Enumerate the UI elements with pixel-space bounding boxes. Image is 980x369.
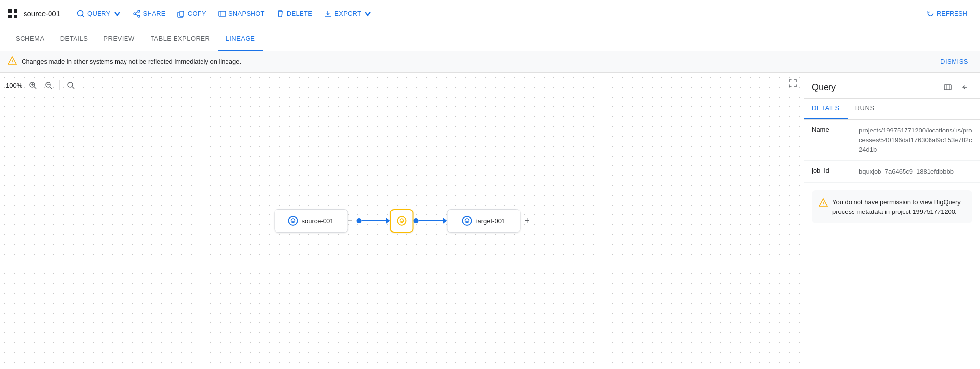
right-panel: Query DETAILS [804, 73, 980, 369]
tab-lineage[interactable]: LINEAGE [218, 27, 263, 51]
panel-tab-bar: DETAILS RUNS [804, 99, 980, 120]
delete-icon [276, 10, 284, 18]
target-node-label: target-001 [476, 217, 505, 225]
detail-name-value: projects/199751771200/locations/us/proce… [859, 126, 972, 155]
collapse-icon [961, 83, 970, 92]
panel-warning-box: You do not have permission to view BigQu… [812, 190, 972, 223]
panel-title: Query [812, 82, 836, 93]
page-title: source-001 [24, 9, 60, 18]
tab-table-explorer[interactable]: TABLE EXPLORER [143, 27, 218, 51]
panel-tab-details[interactable]: DETAILS [804, 99, 848, 119]
query-dropdown-icon [113, 10, 121, 18]
left-connector [357, 218, 390, 224]
svg-point-41 [823, 205, 824, 206]
panel-header: Query [804, 73, 980, 99]
source-node[interactable]: source-001 [274, 209, 348, 233]
svg-point-7 [138, 10, 140, 12]
grid-icon [8, 9, 18, 19]
warning-text: Changes made in other systems may not be… [22, 58, 936, 65]
refresh-button[interactable]: REFRESH [922, 7, 972, 21]
lineage-diagram: source-001 − [274, 209, 529, 233]
svg-rect-3 [14, 15, 17, 18]
detail-row-job-id: job_id bquxjob_7a6465c9_1881efdbbbb [804, 161, 980, 183]
panel-collapse-button[interactable] [958, 80, 972, 94]
source-collapse-button[interactable]: − [348, 216, 353, 226]
dismiss-button[interactable]: DISMISS [936, 56, 972, 67]
panel-warning-text: You do not have permission to view BigQu… [832, 197, 965, 216]
panel-action-icons [941, 80, 972, 94]
svg-point-4 [78, 10, 83, 16]
left-line [362, 220, 386, 221]
export-button[interactable]: EXPORT [319, 7, 377, 21]
export-icon [324, 10, 332, 18]
svg-line-21 [50, 87, 52, 89]
snapshot-button[interactable]: SNAPSHOT [213, 7, 270, 21]
export-dropdown-icon [364, 10, 372, 18]
svg-point-6 [134, 13, 136, 15]
fullscreen-icon [788, 79, 798, 88]
zoom-out-icon [45, 81, 52, 89]
fullscreen-button[interactable] [788, 79, 798, 90]
share-icon [133, 10, 141, 18]
panel-tab-runs[interactable]: RUNS [848, 99, 882, 119]
svg-line-10 [136, 14, 138, 16]
svg-point-23 [68, 82, 73, 87]
zoom-level: 100% [6, 82, 22, 89]
toolbar: source-001 QUERY SHARE COPY SNAPSHOT DEL… [0, 0, 980, 27]
target-node-icon [462, 216, 472, 226]
panel-warning-icon [819, 198, 828, 209]
detail-name-label: Name [812, 126, 851, 155]
process-node-icon [397, 216, 407, 226]
svg-line-24 [72, 87, 74, 89]
tab-bar: SCHEMA DETAILS PREVIEW TABLE EXPLORER LI… [0, 27, 980, 51]
right-line [419, 220, 443, 221]
pin-icon [943, 83, 952, 92]
refresh-icon [927, 10, 934, 18]
tab-schema[interactable]: SCHEMA [8, 27, 52, 51]
zoom-reset-icon [67, 81, 75, 89]
panel-content: Name projects/199751771200/locations/us/… [804, 120, 980, 369]
query-button[interactable]: QUERY [72, 7, 126, 21]
canvas-area[interactable]: 100% source-001 [0, 73, 804, 369]
svg-rect-11 [180, 11, 184, 16]
right-arrow [443, 218, 447, 224]
process-node[interactable] [390, 209, 414, 233]
svg-rect-12 [219, 11, 226, 16]
svg-point-8 [138, 15, 140, 17]
detail-row-name: Name projects/199751771200/locations/us/… [804, 120, 980, 161]
svg-line-5 [82, 15, 84, 17]
source-node-icon [288, 216, 298, 226]
panel-pin-button[interactable] [941, 80, 955, 94]
copy-icon [177, 10, 185, 18]
zoom-out-button[interactable] [42, 79, 55, 92]
copy-button[interactable]: COPY [173, 7, 211, 21]
share-button[interactable]: SHARE [128, 7, 171, 21]
detail-job-id-label: job_id [812, 167, 851, 177]
target-node[interactable]: target-001 [447, 209, 521, 233]
svg-rect-2 [8, 15, 12, 18]
zoom-in-button[interactable] [26, 79, 40, 92]
tab-details[interactable]: DETAILS [52, 27, 96, 51]
main-area: 100% source-001 [0, 73, 980, 369]
right-connector [414, 218, 447, 224]
zoom-reset-button[interactable] [64, 79, 77, 92]
warning-icon [8, 56, 17, 67]
svg-point-15 [12, 63, 13, 64]
target-expand-button[interactable]: + [525, 216, 530, 226]
snapshot-icon [218, 10, 226, 18]
left-dot [357, 218, 362, 223]
detail-job-id-value: bquxjob_7a6465c9_1881efdbbbb [859, 167, 954, 177]
tab-preview[interactable]: PREVIEW [96, 27, 142, 51]
svg-line-9 [136, 12, 138, 13]
left-arrow [386, 218, 390, 224]
source-node-label: source-001 [302, 217, 333, 225]
delete-button[interactable]: DELETE [272, 7, 317, 21]
zoom-in-icon [29, 81, 37, 89]
svg-rect-0 [8, 9, 12, 13]
warning-banner: Changes made in other systems may not be… [0, 51, 980, 73]
zoom-controls: 100% [6, 79, 77, 92]
svg-line-17 [34, 87, 36, 89]
right-dot [414, 218, 419, 223]
svg-rect-1 [14, 9, 17, 13]
svg-rect-37 [944, 85, 951, 90]
